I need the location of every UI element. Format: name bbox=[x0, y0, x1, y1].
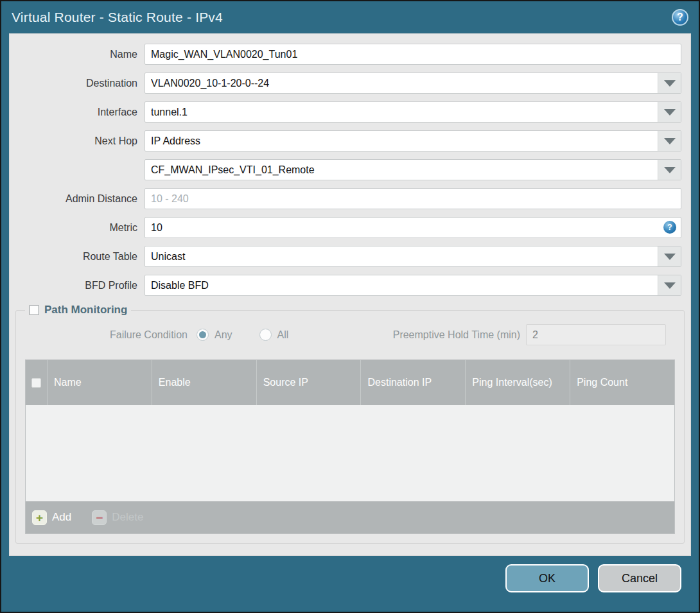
table-header-ping-count[interactable]: Ping Count bbox=[570, 360, 674, 405]
name-label: Name bbox=[19, 49, 144, 60]
path-monitoring-section: Path Monitoring Failure Condition Any Al… bbox=[15, 304, 685, 544]
path-monitoring-checkbox[interactable] bbox=[29, 305, 39, 315]
form-row-next-hop-address bbox=[19, 159, 681, 180]
form-row-bfd-profile: BFD Profile bbox=[19, 275, 681, 296]
interface-label: Interface bbox=[19, 107, 144, 118]
failure-condition-all-label: All bbox=[277, 329, 289, 341]
failure-condition-any-label: Any bbox=[214, 329, 232, 341]
destination-dropdown-icon[interactable] bbox=[658, 73, 681, 93]
path-monitoring-title: Path Monitoring bbox=[44, 304, 127, 316]
preemptive-hold-time-label: Preemptive Hold Time (min) bbox=[393, 329, 520, 341]
ok-button[interactable]: OK bbox=[505, 564, 589, 592]
route-table-input[interactable] bbox=[145, 246, 658, 266]
help-icon[interactable]: ? bbox=[672, 9, 688, 26]
dialog-titlebar: Virtual Router - Static Route - IPv4 ? bbox=[1, 1, 699, 33]
admin-distance-label: Admin Distance bbox=[19, 193, 144, 205]
form-row-admin-distance: Admin Distance bbox=[19, 188, 681, 209]
form-row-name: Name bbox=[19, 44, 681, 65]
next-hop-address-dropdown-icon[interactable] bbox=[658, 160, 681, 180]
form-row-destination: Destination bbox=[19, 73, 681, 94]
bfd-profile-label: BFD Profile bbox=[19, 280, 144, 291]
form-row-interface: Interface bbox=[19, 101, 681, 123]
add-icon[interactable]: + bbox=[32, 510, 47, 525]
next-hop-label: Next Hop bbox=[19, 135, 144, 147]
static-route-dialog: Virtual Router - Static Route - IPv4 ? N… bbox=[0, 0, 700, 613]
admin-distance-input[interactable] bbox=[145, 189, 681, 209]
table-header-ping-interval[interactable]: Ping Interval(sec) bbox=[465, 360, 570, 405]
metric-help-icon[interactable]: ? bbox=[663, 221, 676, 234]
failure-condition-row: Failure Condition Any All Preemptive Hol… bbox=[25, 324, 675, 345]
table-header-destination-ip[interactable]: Destination IP bbox=[360, 360, 465, 405]
interface-input[interactable] bbox=[145, 102, 658, 122]
preemptive-hold-time-input[interactable] bbox=[526, 324, 666, 345]
add-button[interactable]: Add bbox=[52, 511, 71, 524]
failure-condition-label: Failure Condition bbox=[110, 329, 188, 341]
delete-icon[interactable]: − bbox=[92, 510, 107, 525]
route-table-dropdown-icon[interactable] bbox=[658, 246, 681, 266]
destination-label: Destination bbox=[19, 78, 144, 89]
path-monitoring-table: Name Enable Source IP Destination IP Pin… bbox=[25, 359, 675, 534]
next-hop-type-input[interactable] bbox=[145, 131, 658, 151]
name-input[interactable] bbox=[145, 44, 681, 64]
form-row-next-hop: Next Hop bbox=[19, 130, 681, 151]
next-hop-type-dropdown-icon[interactable] bbox=[658, 131, 681, 151]
table-header-source-ip[interactable]: Source IP bbox=[256, 360, 361, 405]
table-body-empty bbox=[26, 405, 674, 501]
failure-condition-any-radio[interactable] bbox=[197, 329, 209, 341]
table-header-row: Name Enable Source IP Destination IP Pin… bbox=[26, 360, 674, 405]
metric-label: Metric bbox=[19, 222, 144, 234]
next-hop-address-input[interactable] bbox=[145, 160, 658, 180]
route-table-label: Route Table bbox=[19, 251, 144, 263]
table-header-name[interactable]: Name bbox=[47, 360, 152, 405]
form-row-route-table: Route Table bbox=[19, 246, 681, 267]
table-header-enable[interactable]: Enable bbox=[152, 360, 256, 405]
delete-button[interactable]: Delete bbox=[112, 511, 143, 524]
select-all-checkbox[interactable] bbox=[31, 378, 41, 388]
destination-input[interactable] bbox=[145, 73, 658, 93]
dialog-button-bar: OK Cancel bbox=[505, 564, 681, 592]
table-footer: + Add − Delete bbox=[26, 501, 674, 533]
cancel-button[interactable]: Cancel bbox=[598, 564, 681, 592]
dialog-title: Virtual Router - Static Route - IPv4 bbox=[12, 10, 223, 25]
interface-dropdown-icon[interactable] bbox=[658, 102, 681, 122]
bfd-profile-dropdown-icon[interactable] bbox=[658, 275, 681, 295]
form-row-metric: Metric ? bbox=[19, 217, 681, 238]
dialog-body: Name Destination Interface bbox=[9, 33, 691, 556]
failure-condition-all-radio[interactable] bbox=[259, 329, 272, 341]
path-monitoring-legend: Path Monitoring bbox=[25, 304, 131, 316]
bfd-profile-input[interactable] bbox=[145, 275, 658, 295]
table-header-select-all bbox=[26, 360, 47, 405]
metric-input[interactable] bbox=[145, 218, 681, 237]
